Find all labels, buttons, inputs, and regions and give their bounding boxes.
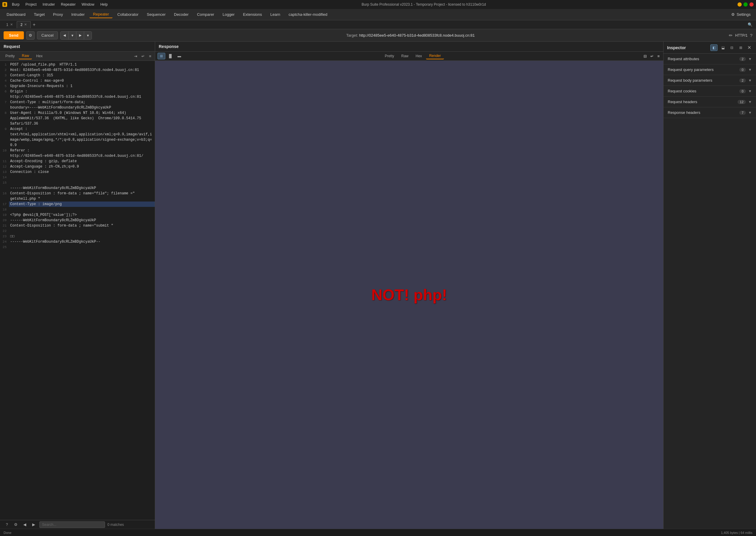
- inspector-section-header-query-params[interactable]: Request query parameters 0 ▼: [664, 64, 756, 75]
- section-chevron-body-params: ▼: [748, 79, 752, 83]
- code-line-15b: ------WebKitFormBoundary8cRLZmBDgkcyaUkP: [0, 185, 155, 191]
- inspector-section-header-request-headers[interactable]: Request headers 12 ▼: [664, 97, 756, 107]
- menu-burp[interactable]: Burp: [10, 2, 22, 7]
- response-wrap-icon[interactable]: ↵: [649, 53, 655, 59]
- section-badge-response-headers: 7: [739, 111, 746, 115]
- code-line-24: 24 ------WebKitFormBoundary8cRLZmBDgkcya…: [0, 239, 155, 245]
- inspector-section-header-response-headers[interactable]: Response headers 7 ▼: [664, 107, 756, 118]
- section-chevron-response-headers: ▼: [748, 111, 752, 115]
- tab-2-close[interactable]: ✕: [24, 23, 27, 26]
- tab-2[interactable]: 2 ✕: [17, 21, 31, 28]
- request-wrap-icon[interactable]: ↵: [140, 53, 146, 59]
- nav-decoder[interactable]: Decoder: [170, 11, 192, 18]
- inspector-view-bottom[interactable]: ⬓: [719, 45, 727, 51]
- nav-next-left[interactable]: ▶: [76, 32, 84, 39]
- close-button[interactable]: ✕: [749, 2, 754, 7]
- response-tab-pretty[interactable]: Pretty: [382, 53, 397, 59]
- cancel-button[interactable]: Cancel: [37, 31, 58, 39]
- code-line-10b: http://02485ee5-e640-4875-b31d-4ed808533…: [0, 153, 155, 159]
- response-view-columns[interactable]: ▐▌: [166, 53, 174, 59]
- response-view-single[interactable]: ▬: [175, 53, 183, 59]
- request-tab-hex[interactable]: Hex: [33, 53, 45, 59]
- menu-window[interactable]: Window: [79, 2, 97, 7]
- nav-sequencer[interactable]: Sequencer: [143, 11, 169, 18]
- code-line-3: 3 Content-Length : 315: [0, 73, 155, 78]
- response-tab-render[interactable]: Render: [426, 53, 444, 59]
- request-more-icon[interactable]: ≡: [148, 53, 153, 59]
- nav-logger[interactable]: Logger: [219, 11, 238, 18]
- code-line-18: 18: [0, 207, 155, 212]
- tab-1[interactable]: 1 ✕: [2, 21, 17, 28]
- response-table-icon[interactable]: ⊟: [642, 53, 648, 59]
- response-more-icon[interactable]: ≡: [656, 53, 661, 59]
- settings-button[interactable]: ⚙ Settings: [729, 11, 753, 18]
- minimize-button[interactable]: —: [738, 2, 742, 7]
- menu-intruder[interactable]: Intruder: [40, 2, 57, 7]
- repeater-tabs-bar: 1 ✕ 2 ✕ + 🔍: [0, 20, 756, 29]
- http-help-icon[interactable]: ?: [750, 33, 752, 38]
- request-tab-pretty[interactable]: Pretty: [2, 53, 18, 59]
- send-button[interactable]: Send: [4, 31, 24, 39]
- target-label: Target:: [346, 33, 358, 38]
- nav-learn[interactable]: Learn: [267, 11, 284, 18]
- section-badge-request-attributes: 2: [739, 57, 746, 61]
- maximize-button[interactable]: □: [743, 2, 748, 7]
- inspector-section-header-request-attributes[interactable]: Request attributes 2 ▼: [664, 54, 756, 64]
- code-line-8b: AppleWebKit/537.36 (KHTML, like Gecko) C…: [0, 116, 155, 121]
- inspector-section-header-cookies[interactable]: Request cookies 0 ▼: [664, 86, 756, 96]
- nav-proxy[interactable]: Proxy: [50, 11, 66, 18]
- nav-prev-right[interactable]: ▼: [68, 32, 76, 39]
- nav-extensions[interactable]: Extensions: [239, 11, 266, 18]
- section-title-request-attributes: Request attributes: [668, 57, 739, 61]
- nav-dashboard[interactable]: Dashboard: [3, 11, 29, 18]
- tab-search-icon[interactable]: 🔍: [746, 21, 754, 28]
- nav-repeater[interactable]: Repeater: [90, 11, 113, 18]
- inspector-section-header-body-params[interactable]: Request body parameters 2 ▼: [664, 75, 756, 85]
- nav-comparer[interactable]: Comparer: [193, 11, 218, 18]
- nav-forward-icon[interactable]: ▶: [30, 521, 37, 528]
- tab-1-label: 1: [6, 23, 8, 27]
- menu-help[interactable]: Help: [98, 2, 110, 7]
- inspector-collapse-icon[interactable]: ⊟: [728, 45, 736, 51]
- inspector-section-cookies: Request cookies 0 ▼: [664, 86, 756, 97]
- menu-repeater[interactable]: Repeater: [58, 2, 78, 7]
- add-tab-button[interactable]: +: [31, 21, 37, 28]
- search-input[interactable]: [39, 521, 105, 528]
- tab-2-label: 2: [20, 23, 23, 27]
- code-line-20: 20 ------WebKitFormBoundary8cRLZmBDgkcya…: [0, 218, 155, 223]
- request-tab-raw[interactable]: Raw: [19, 53, 32, 59]
- help-bottom-icon[interactable]: ?: [4, 521, 10, 528]
- title-bar-menus: Burp Project Intruder Repeater Window He…: [10, 2, 110, 7]
- settings-bottom-icon[interactable]: ⚙: [13, 521, 19, 528]
- code-line-5: 5 Upgrade-Insecure-Requests : 1: [0, 84, 155, 89]
- nav-next-right[interactable]: ▼: [84, 32, 91, 39]
- response-render-text: NOT! php!: [371, 286, 447, 304]
- code-line-9b: text/html,application/xhtml+xml,applicat…: [0, 132, 155, 137]
- inspector-close-button[interactable]: ✕: [746, 44, 752, 51]
- inspector-section-query-params: Request query parameters 0 ▼: [664, 64, 756, 75]
- code-line-8c: Safari/537.36: [0, 121, 155, 126]
- status-text: Done: [4, 531, 11, 534]
- response-tab-hex[interactable]: Hex: [413, 53, 425, 59]
- response-tab-raw[interactable]: Raw: [398, 53, 412, 59]
- nav-back-icon[interactable]: ◀: [21, 521, 28, 528]
- request-code-editor[interactable]: 1 POST /upload_file.php HTTP/1.1 2 Host:…: [0, 61, 155, 520]
- nav-target[interactable]: Target: [30, 11, 48, 18]
- menu-project[interactable]: Project: [23, 2, 39, 7]
- request-indent-icon[interactable]: ⇥: [133, 53, 138, 59]
- section-title-body-params: Request body parameters: [668, 78, 739, 83]
- menu-bar: Dashboard Target Proxy Intruder Repeater…: [0, 9, 756, 20]
- section-title-cookies: Request cookies: [668, 89, 739, 93]
- edit-target-icon[interactable]: ✏: [729, 33, 733, 38]
- code-line-22: 22: [0, 228, 155, 234]
- tab-1-close[interactable]: ✕: [10, 23, 13, 26]
- nav-intruder[interactable]: Intruder: [68, 11, 88, 18]
- request-settings-button[interactable]: ⚙: [26, 31, 35, 40]
- response-view-grid[interactable]: ⊞: [158, 53, 165, 59]
- response-panel: Response ⊞ ▐▌ ▬ Pretty Raw Hex Render ⊟ …: [155, 42, 664, 529]
- nav-captcha[interactable]: captcha-killer-modified: [285, 11, 331, 18]
- nav-prev-left[interactable]: ◀: [60, 32, 68, 39]
- inspector-view-side[interactable]: ◧: [710, 45, 717, 51]
- nav-collaborator[interactable]: Collaborator: [114, 11, 142, 18]
- inspector-expand-icon[interactable]: ⊞: [737, 45, 744, 51]
